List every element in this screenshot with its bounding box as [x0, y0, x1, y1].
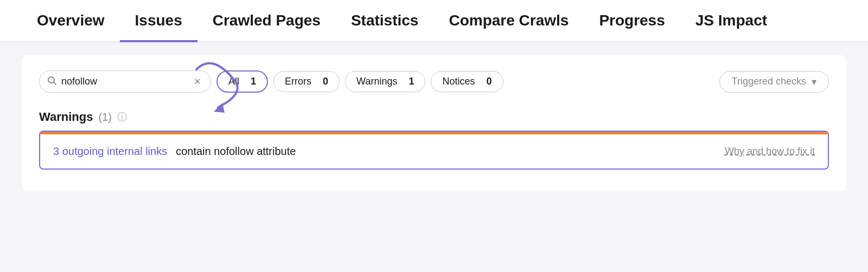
filter-warnings-count: 1	[409, 76, 414, 87]
filter-errors-count: 0	[323, 76, 328, 87]
nav-item-issues[interactable]: Issues	[120, 0, 197, 42]
nav-item-crawled-pages[interactable]: Crawled Pages	[197, 0, 336, 42]
svg-line-1	[54, 82, 56, 85]
filter-all-button[interactable]: All 1	[216, 70, 268, 93]
search-box: ✕	[39, 70, 211, 93]
section-count: (1)	[98, 111, 111, 124]
search-input[interactable]	[61, 76, 187, 87]
filter-errors-button[interactable]: Errors 0	[273, 71, 340, 92]
filter-notices-label: Notices	[442, 76, 475, 87]
section-title: Warnings	[39, 110, 93, 124]
nav-item-compare-crawls[interactable]: Compare Crawls	[433, 0, 584, 42]
info-icon[interactable]: ⓘ	[117, 111, 127, 124]
filter-warnings-button[interactable]: Warnings 1	[345, 71, 425, 92]
nav-item-js-impact[interactable]: JS Impact	[680, 0, 782, 42]
issue-link[interactable]: 3 outgoing internal links	[53, 145, 167, 158]
main-content: ✕ All 1 Errors 0 Warnings 1 Notices 0 Tr…	[22, 55, 846, 191]
filter-all-label: All	[228, 76, 239, 87]
filter-all-count: 1	[251, 76, 256, 87]
filter-warnings-label: Warnings	[356, 76, 397, 87]
warnings-section: Warnings (1) ⓘ 3 outgoing internal links…	[39, 110, 829, 170]
filter-bar: ✕ All 1 Errors 0 Warnings 1 Notices 0 Tr…	[39, 70, 829, 93]
chevron-down-icon: ▾	[812, 76, 816, 88]
fix-link[interactable]: Why and how to fix it	[725, 146, 815, 157]
filter-notices-button[interactable]: Notices 0	[431, 71, 503, 92]
nav-item-progress[interactable]: Progress	[584, 0, 680, 42]
filter-notices-count: 0	[487, 76, 492, 87]
search-icon	[47, 76, 57, 88]
search-clear-button[interactable]: ✕	[192, 75, 203, 88]
issue-row-wrapper: 3 outgoing internal links contain nofoll…	[39, 131, 829, 170]
section-header: Warnings (1) ⓘ	[39, 110, 829, 124]
triggered-checks-button[interactable]: Triggered checks ▾	[719, 71, 829, 93]
issue-row: 3 outgoing internal links contain nofoll…	[40, 134, 828, 169]
nav-item-statistics[interactable]: Statistics	[336, 0, 434, 42]
nav-item-overview[interactable]: Overview	[22, 0, 120, 42]
triggered-checks-label: Triggered checks	[732, 76, 806, 87]
filter-errors-label: Errors	[285, 76, 311, 87]
top-navigation: Overview Issues Crawled Pages Statistics…	[0, 0, 868, 42]
issue-text: contain nofollow attribute	[176, 145, 296, 158]
